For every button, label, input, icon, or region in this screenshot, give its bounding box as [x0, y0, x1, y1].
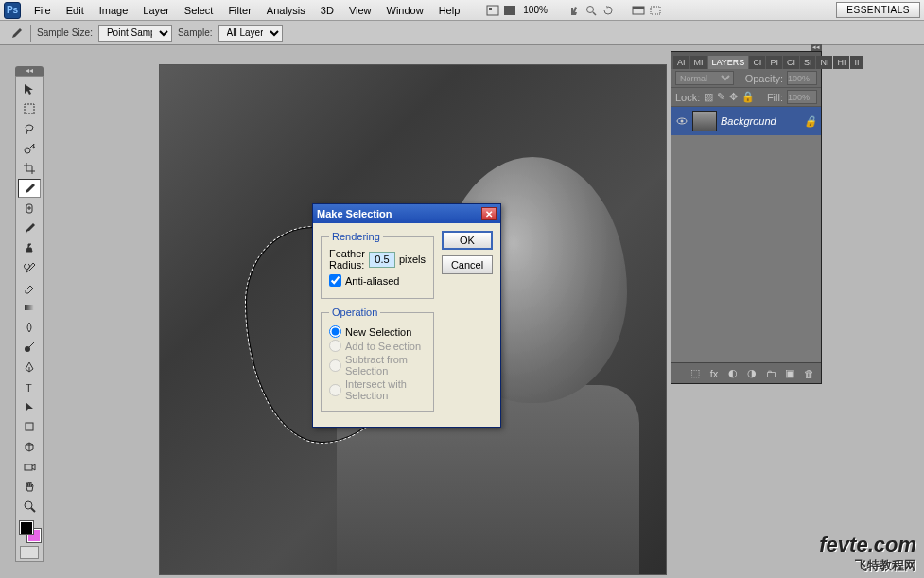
svg-line-15 [29, 342, 34, 347]
feather-radius-input[interactable] [369, 252, 395, 268]
layer-row-background[interactable]: Background 🔒 [671, 107, 821, 135]
menu-image[interactable]: Image [92, 2, 136, 19]
ok-button[interactable]: OK [442, 231, 493, 250]
feather-radius-label: Feather Radius: [329, 248, 365, 271]
menu-view[interactable]: View [341, 2, 379, 19]
menu-file[interactable]: File [26, 2, 59, 19]
toolbox-collapse-tab[interactable]: ◂◂ [15, 66, 44, 76]
menu-layer[interactable]: Layer [135, 2, 177, 19]
history-brush-tool[interactable] [18, 258, 41, 277]
panel-tab-strip: AI MI LAYERS CI PI CI SI NI HI II [671, 52, 821, 69]
panel-tab[interactable]: II [850, 56, 863, 69]
svg-rect-18 [25, 464, 32, 470]
layer-mask-icon[interactable]: ◐ [726, 367, 740, 380]
eyedropper-tool-icon[interactable] [8, 25, 25, 42]
panel-tab-layers[interactable]: LAYERS [708, 56, 749, 69]
3d-camera-tool[interactable] [18, 457, 41, 476]
zoom-level[interactable]: 100% [518, 2, 552, 19]
color-swatches[interactable] [18, 519, 41, 544]
type-tool[interactable]: T [18, 377, 41, 396]
eyedropper-tool[interactable] [18, 179, 41, 198]
panel-tab[interactable]: PI [766, 56, 782, 69]
panel-tab[interactable]: HI [833, 56, 849, 69]
menu-select[interactable]: Select [177, 2, 221, 19]
zoom-tool-icon[interactable] [583, 2, 600, 19]
menu-analysis[interactable]: Analysis [259, 2, 313, 19]
visibility-eye-icon[interactable] [675, 114, 689, 128]
rendering-fieldset: Rendering Feather Radius: pixels Anti-al… [321, 231, 434, 299]
panel-tab[interactable]: SI [800, 56, 816, 69]
lock-transparency-icon[interactable]: ▨ [704, 91, 713, 103]
move-tool[interactable] [18, 79, 41, 98]
panel-tab[interactable]: NI [816, 56, 832, 69]
svg-rect-17 [26, 423, 33, 430]
menu-edit[interactable]: Edit [59, 2, 92, 19]
panel-tab[interactable]: CI [783, 56, 799, 69]
dialog-close-button[interactable]: ✕ [481, 207, 497, 220]
menu-filter[interactable]: Filter [220, 2, 258, 19]
link-layers-icon[interactable]: ⬚ [689, 367, 702, 380]
menu-3d[interactable]: 3D [313, 2, 341, 19]
gradient-tool[interactable] [18, 298, 41, 317]
opacity-input[interactable] [787, 71, 817, 85]
3d-tool[interactable] [18, 437, 41, 456]
fill-input[interactable] [787, 90, 817, 104]
lock-all-icon[interactable]: 🔒 [741, 91, 755, 103]
delete-layer-icon[interactable]: 🗑 [802, 367, 815, 380]
sample-size-select[interactable]: Point Sample [98, 25, 172, 42]
blur-tool[interactable] [18, 318, 41, 337]
shape-tool[interactable] [18, 417, 41, 436]
lasso-tool[interactable] [18, 119, 41, 138]
hand-tool[interactable] [18, 477, 41, 496]
dialog-titlebar[interactable]: Make Selection ✕ [313, 204, 500, 223]
marquee-tool[interactable] [18, 99, 41, 118]
workspace-switcher[interactable]: ESSENTIALS [836, 2, 920, 18]
lock-pixels-icon[interactable]: ✎ [717, 91, 725, 103]
screen-mode-icon[interactable] [630, 2, 647, 19]
rotate-view-icon[interactable] [600, 2, 617, 19]
pen-tool[interactable] [18, 358, 41, 377]
launch-bridge-icon[interactable] [484, 2, 501, 19]
quick-mask-toggle[interactable] [20, 546, 39, 559]
blend-mode-select[interactable]: Normal [675, 71, 734, 85]
anti-aliased-checkbox[interactable] [329, 274, 341, 287]
extras-icon[interactable] [647, 2, 664, 19]
lock-label: Lock: [675, 92, 700, 103]
app-logo: Ps [4, 2, 21, 19]
menu-help[interactable]: Help [431, 2, 468, 19]
blend-row: Normal Opacity: [671, 69, 821, 88]
lock-position-icon[interactable]: ✥ [729, 91, 738, 103]
crop-tool[interactable] [18, 159, 41, 178]
arrange-documents-icon[interactable] [501, 2, 518, 19]
layers-panel-footer: ⬚ fx ◐ ◑ 🗀 ▣ 🗑 [671, 362, 821, 383]
eraser-tool[interactable] [18, 278, 41, 297]
sample-layers-select[interactable]: All Layers [218, 25, 283, 42]
adjustment-layer-icon[interactable]: ◑ [745, 367, 758, 380]
panel-collapse-button[interactable]: ◂◂ [811, 44, 822, 51]
quick-select-tool[interactable] [18, 139, 41, 158]
svg-line-20 [31, 508, 35, 512]
op-new-radio[interactable] [329, 325, 341, 338]
layer-list: Background 🔒 [671, 107, 821, 362]
zoom-tool[interactable] [18, 497, 41, 516]
dodge-tool[interactable] [18, 338, 41, 357]
panel-tab[interactable]: MI [690, 56, 707, 69]
op-intersect-radio [329, 384, 341, 396]
options-bar: Sample Size: Point Sample Sample: All La… [0, 21, 924, 45]
layer-thumbnail[interactable] [692, 111, 717, 131]
layer-style-icon[interactable]: fx [707, 367, 721, 380]
hand-tool-icon[interactable] [566, 2, 583, 19]
healing-brush-tool[interactable] [18, 199, 41, 218]
foreground-color-swatch[interactable] [20, 521, 33, 534]
panel-tab[interactable]: CI [749, 56, 765, 69]
brush-tool[interactable] [18, 219, 41, 237]
panel-tab[interactable]: AI [673, 56, 689, 69]
group-icon[interactable]: 🗀 [764, 367, 777, 380]
cancel-button[interactable]: Cancel [442, 255, 493, 274]
new-layer-icon[interactable]: ▣ [783, 367, 796, 380]
menu-window[interactable]: Window [379, 2, 431, 19]
watermark-text: 飞特教程网 [819, 557, 916, 574]
path-select-tool[interactable] [18, 397, 41, 416]
op-subtract-radio [329, 359, 341, 372]
clone-stamp-tool[interactable] [18, 238, 41, 257]
